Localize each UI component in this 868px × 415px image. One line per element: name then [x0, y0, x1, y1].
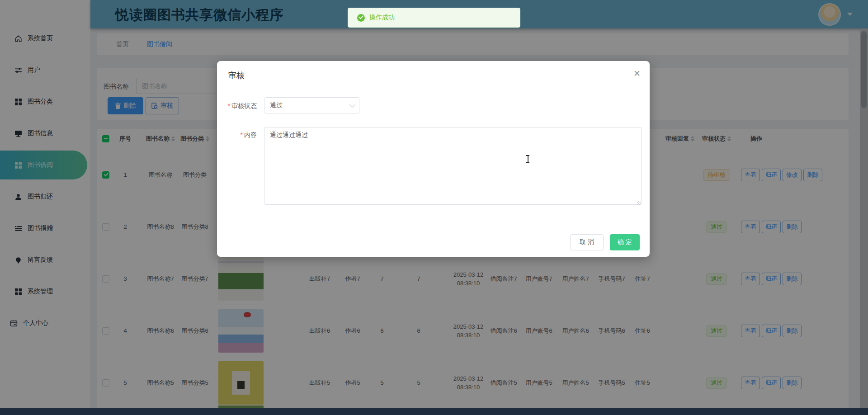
review-status-select[interactable]: 通过	[264, 97, 359, 113]
cancel-button[interactable]: 取 消	[570, 234, 604, 250]
chevron-down-icon	[349, 102, 355, 108]
success-toast: 操作成功	[348, 8, 520, 28]
toast-message: 操作成功	[369, 14, 395, 22]
content-textarea[interactable]: 通过通过通过	[264, 127, 642, 205]
required-asterisk: *	[241, 131, 243, 138]
review-status-label: *审核状态	[217, 102, 257, 110]
confirm-button[interactable]: 确 定	[610, 234, 640, 250]
select-value: 通过	[270, 101, 283, 109]
text-cursor	[526, 155, 530, 164]
review-dialog: 审核 ✕ *审核状态 通过 *内容 通过通过通过 取 消 确 定	[217, 61, 650, 257]
dialog-title: 审核	[228, 70, 245, 81]
textarea-resize-handle[interactable]	[637, 201, 641, 205]
required-asterisk: *	[228, 102, 230, 109]
success-check-icon	[357, 14, 365, 22]
close-icon[interactable]: ✕	[633, 69, 641, 78]
content-label: *内容	[217, 131, 257, 139]
